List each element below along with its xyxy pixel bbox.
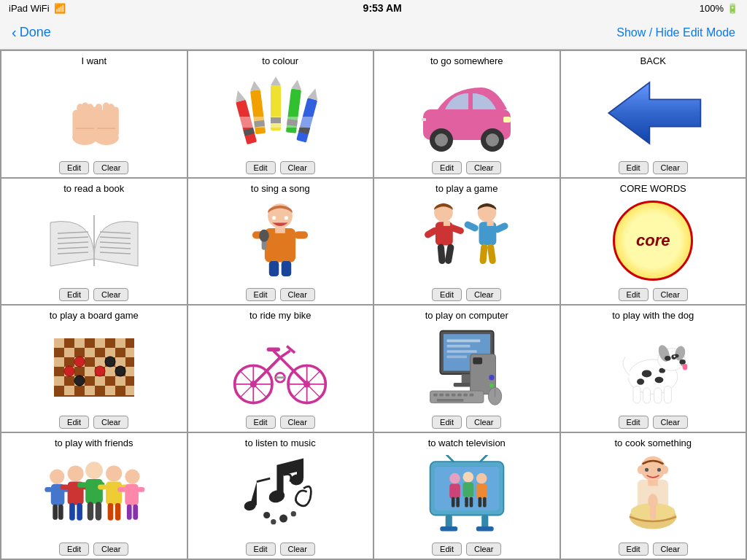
svg-point-163 (683, 364, 688, 370)
clear-button-back[interactable]: Clear (653, 161, 688, 174)
done-button[interactable]: ‹ Done (12, 24, 51, 41)
svg-point-213 (476, 473, 487, 484)
battery-icon: 🔋 (727, 3, 738, 14)
svg-rect-166 (654, 388, 662, 403)
edit-button-to-listen-to-music[interactable]: Edit (246, 542, 276, 556)
svg-point-192 (125, 469, 139, 483)
cell-image-to-play-with-friends (4, 449, 184, 542)
clear-button-to-play-on-computer[interactable]: Clear (466, 416, 501, 429)
back-chevron-icon: ‹ (12, 24, 17, 41)
svg-point-138 (489, 384, 494, 388)
edit-mode-button[interactable]: Show / Hide Edit Mode (616, 26, 735, 39)
svg-line-225 (444, 455, 454, 462)
clear-button-to-listen-to-music[interactable]: Clear (280, 542, 315, 556)
svg-point-205 (291, 511, 296, 516)
svg-point-151 (642, 370, 652, 378)
edit-button-to-cook-something[interactable]: Edit (619, 542, 649, 556)
status-left: iPad WiFi 📶 (9, 3, 66, 14)
edit-button-to-go-somewhere[interactable]: Edit (432, 161, 462, 174)
edit-button-to-read-a-book[interactable]: Edit (59, 288, 89, 301)
clear-button-to-play-with-the-dog[interactable]: Clear (653, 416, 688, 429)
edit-button-to-ride-my-bike[interactable]: Edit (246, 416, 276, 429)
svg-rect-98 (125, 386, 134, 395)
cell-buttons-to-play-a-game: Edit Clear (432, 288, 501, 301)
svg-rect-164 (633, 386, 640, 404)
edit-button-to-play-with-friends[interactable]: Edit (59, 542, 89, 556)
svg-point-103 (105, 357, 115, 367)
svg-rect-141 (439, 394, 444, 397)
edit-button-to-sing-a-song[interactable]: Edit (246, 288, 276, 301)
cell-buttons-to-play-on-computer: Edit Clear (432, 416, 501, 429)
cell-to-watch-television: to watch television (374, 432, 560, 560)
clear-button-to-play-a-game[interactable]: Clear (466, 288, 501, 301)
svg-rect-179 (77, 503, 82, 521)
clear-button-to-cook-something[interactable]: Clear (653, 542, 688, 556)
svg-rect-93 (95, 376, 105, 386)
cell-to-cook-something: to cook something (560, 432, 747, 560)
cell-to-play-with-friends: to play with friends (1, 432, 187, 560)
svg-point-211 (462, 472, 473, 483)
cell-image-to-play-on-computer (377, 322, 557, 414)
svg-point-180 (85, 462, 103, 479)
svg-rect-53 (295, 231, 309, 238)
svg-rect-210 (449, 483, 460, 498)
cell-label-to-go-somewhere: to go somewhere (430, 55, 503, 67)
svg-rect-185 (95, 502, 101, 520)
status-bar: iPad WiFi 📶 9:53 AM 100% 🔋 (0, 0, 747, 16)
svg-rect-170 (44, 487, 52, 492)
svg-rect-90 (125, 367, 134, 376)
svg-point-125 (250, 381, 257, 388)
svg-rect-73 (487, 244, 496, 265)
svg-rect-193 (125, 484, 139, 506)
done-label: Done (20, 25, 51, 40)
cell-buttons-back: Edit Clear (619, 161, 688, 174)
edit-button-to-colour[interactable]: Edit (246, 161, 276, 174)
cell-label-to-cook-something: to cook something (614, 438, 692, 449)
cell-to-go-somewhere: to go somewhere Edit (374, 50, 560, 178)
svg-rect-77 (95, 338, 105, 348)
svg-point-162 (680, 359, 686, 365)
edit-button-core-words[interactable]: Edit (619, 288, 649, 301)
edit-button-to-play-on-computer[interactable]: Edit (432, 416, 462, 429)
edit-button-to-watch-television[interactable]: Edit (432, 542, 462, 556)
svg-rect-187 (106, 481, 122, 505)
svg-rect-165 (643, 388, 651, 403)
clear-button-to-go-somewhere[interactable]: Clear (466, 161, 501, 174)
cell-image-to-play-a-board-game (4, 322, 184, 414)
edit-button-to-play-a-board-game[interactable]: Edit (59, 416, 89, 429)
svg-rect-129 (446, 340, 480, 343)
battery-label: 100% (700, 3, 724, 14)
clear-button-core-words[interactable]: Clear (653, 288, 688, 301)
edit-button-i-want[interactable]: Edit (59, 161, 89, 174)
edit-button-to-play-a-game[interactable]: Edit (432, 288, 462, 301)
cell-buttons-i-want: Edit Clear (59, 161, 128, 174)
cell-buttons-to-play-a-board-game: Edit Clear (59, 416, 128, 429)
cell-image-back (564, 67, 743, 160)
cell-label-core-words: CORE WORDS (620, 183, 686, 195)
cell-label-to-listen-to-music: to listen to music (245, 438, 316, 449)
clear-button-to-read-a-book[interactable]: Clear (93, 288, 128, 301)
edit-button-back[interactable]: Edit (619, 161, 649, 174)
clear-button-to-ride-my-bike[interactable]: Clear (280, 416, 315, 429)
svg-point-34 (486, 133, 499, 147)
svg-rect-220 (483, 497, 487, 508)
edit-button-to-play-with-the-dog[interactable]: Edit (619, 416, 649, 429)
clear-button-to-colour[interactable]: Clear (280, 161, 315, 174)
cell-buttons-to-go-somewhere: Edit Clear (432, 161, 501, 174)
clear-button-to-watch-television[interactable]: Clear (466, 542, 501, 556)
clear-button-i-want[interactable]: Clear (93, 161, 128, 174)
svg-rect-176 (60, 484, 69, 489)
svg-marker-18 (249, 80, 260, 91)
svg-rect-188 (98, 484, 107, 489)
svg-marker-21 (271, 77, 281, 85)
svg-rect-66 (444, 244, 454, 265)
clear-button-to-play-with-friends[interactable]: Clear (93, 542, 128, 556)
svg-rect-72 (479, 244, 488, 264)
ipad-label: iPad WiFi (9, 3, 50, 14)
clear-button-to-play-a-board-game[interactable]: Clear (93, 416, 128, 429)
clear-button-to-sing-a-song[interactable]: Clear (280, 288, 315, 301)
svg-point-101 (95, 366, 105, 376)
wifi-icon: 📶 (54, 3, 66, 14)
cell-buttons-to-ride-my-bike: Edit Clear (246, 416, 315, 429)
svg-rect-78 (115, 338, 125, 348)
